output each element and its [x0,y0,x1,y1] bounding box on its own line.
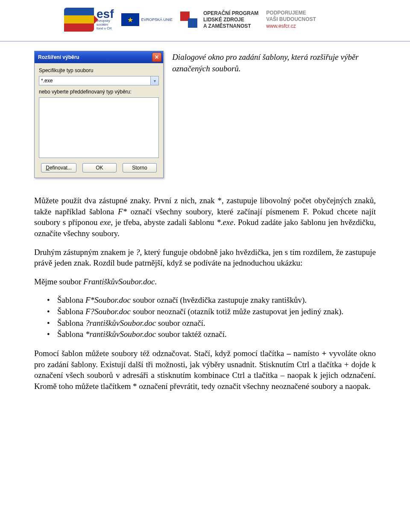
dialog-caption: Dialogové okno pro zadání šablony, která… [172,51,376,74]
eu-flag-icon: ★ [121,13,139,26]
esf-flag-icon [64,8,94,32]
dialog-titlebar: Rozšíření výběru ✕ [35,51,163,63]
dialog-title: Rozšíření výběru [38,54,79,60]
cancel-button[interactable]: Storno [123,163,157,172]
label-predefined: nebo vyberte předdefinovaný typ výběru: [39,89,159,95]
list-item: Šablona ?rantiškůvSoubor.doc soubor ozna… [47,318,376,329]
list-item: Šablona *rantiškůvSoubor.doc soubor takt… [47,329,376,340]
oplzz-line3: A ZAMĚSTNANOST [203,23,258,29]
paragraph-4: Pomocí šablon můžete soubory též odznačo… [34,348,376,392]
define-button[interactable]: Definovat... [41,163,76,172]
header-divider [0,41,410,41]
filetype-combobox[interactable]: ▾ [39,76,159,85]
esf-logo: esf evropský sociální fond v ČR [64,8,114,32]
dialog-window: Rozšíření výběru ✕ Specifikujte typ soub… [34,51,164,178]
chevron-down-icon[interactable]: ▾ [150,76,158,85]
predefined-listbox[interactable] [39,97,159,158]
support-line2: VAŠI BUDOUCNOST [266,16,316,23]
esf-subtext: evropský sociální fond v ČR [97,19,114,30]
eu-block: ★ EVROPSKÁ UNIE [121,13,173,26]
paragraph-3: Mějme soubor FrantiškůvSoubor.doc. [34,276,376,287]
esf-text: esf [97,9,114,19]
filetype-input[interactable] [39,76,150,85]
oplzz-line1: OPERAČNÍ PROGRAM [203,10,258,17]
ok-button[interactable]: OK [82,163,117,172]
oplzz-line2: LIDSKÉ ZDROJE [203,17,258,23]
list-item: Šablona F*Soubor.doc soubor označí (hvěz… [47,295,376,306]
support-url: www.esfcr.cz [266,23,316,30]
paragraph-1: Můžete použít dva zástupné znaky. První … [34,195,376,239]
close-icon[interactable]: ✕ [152,53,161,62]
puzzle-icon [180,10,200,29]
oplzz-logo: OPERAČNÍ PROGRAM LIDSKÉ ZDROJE A ZAMĚSTN… [180,10,258,29]
list-item: Šablona F?Soubor.doc soubor neoznačí (ot… [47,306,376,318]
support-block: PODPORUJEME VAŠI BUDOUCNOST www.esfcr.cz [266,10,316,30]
support-line1: PODPORUJEME [266,10,316,17]
eu-label: EVROPSKÁ UNIE [141,18,173,22]
paragraph-2: Druhým zástupným znakem je ?, který fung… [34,247,376,269]
label-specify: Specifikujte typ souboru [39,67,159,73]
bullet-list: Šablona F*Soubor.doc soubor označí (hvěz… [47,295,376,340]
header-logos: esf evropský sociální fond v ČR ★ EVROPS… [0,0,410,39]
